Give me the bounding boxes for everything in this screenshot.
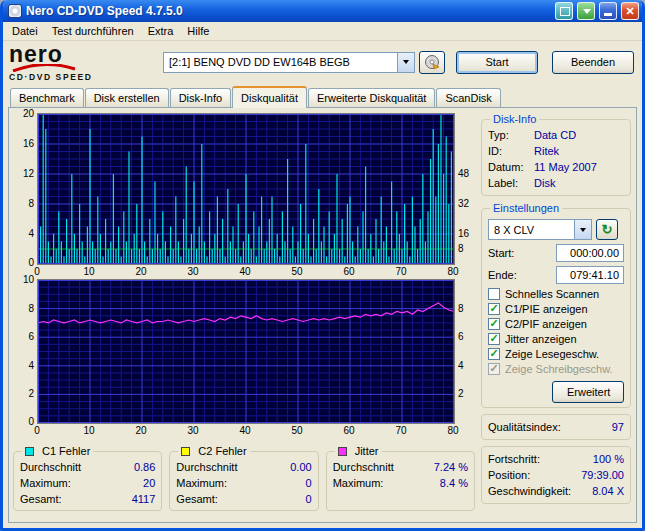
checkbox-c1-pie-anzeigen[interactable]: ✓ C1/PIE anzeigen (488, 303, 624, 315)
stats-row: C1 Fehler Durchschnitt0.86Maximum:20Gesa… (13, 445, 475, 511)
info-row: Label:Disk (488, 175, 624, 191)
jitter-stats-title: Jitter (355, 445, 379, 457)
checkbox-c2-pif-anzeigen[interactable]: ✓ C2/PIF anzeigen (488, 318, 624, 330)
checkbox-zeige-lesegeschw[interactable]: ✓ Zeige Lesegeschw. (488, 348, 624, 360)
progress-rows: Fortschritt:100 %Position:79:39.00Geschw… (488, 451, 624, 499)
x-axis-tick: 20 (135, 425, 146, 436)
tab-disk-erstellen[interactable]: Disk erstellen (85, 88, 169, 107)
x-axis-tick: 30 (187, 266, 198, 277)
quit-button[interactable]: Beenden (552, 51, 634, 74)
tabstrip: Benchmark Disk erstellen Disk-Info Diskq… (8, 85, 637, 107)
jitter-chart: 0246810 2468 01020304050607080 (13, 279, 475, 437)
c2-stats-title: C2 Fehler (198, 445, 246, 457)
c2-legend-swatch (181, 447, 190, 456)
c1-stats-box: C1 Fehler Durchschnitt0.86Maximum:20Gesa… (13, 445, 162, 511)
advanced-button[interactable]: Erweitert (552, 381, 624, 403)
menu-datei[interactable]: Datei (5, 23, 45, 39)
jitter-chart-left-axis: 0246810 (13, 279, 37, 424)
eject-button[interactable] (419, 51, 445, 74)
jitter-chart-right-axis: 2468 (455, 279, 475, 424)
tab-disk-info[interactable]: Disk-Info (170, 88, 231, 107)
checkbox-jitter-anzeigen[interactable]: ✓ Jitter anzeigen (488, 333, 624, 345)
start-position-field[interactable]: 000:00.00 (556, 244, 624, 262)
info-row: Typ:Data CD (488, 127, 624, 143)
y-axis-tick: 4 (28, 359, 34, 370)
x-axis-tick: 70 (395, 266, 406, 277)
end-field-label: Ende: (488, 269, 517, 281)
disk-info-box: Disk-Info Typ:Data CDID:RitekDatum:11 Ma… (481, 113, 631, 196)
drive-select-value: [2:1] BENQ DVD DD EW164B BEGB (164, 56, 397, 68)
minimize-button[interactable] (599, 2, 617, 20)
window-title: Nero CD-DVD Speed 4.7.5.0 (26, 4, 551, 18)
y-axis-tick: 8 (458, 243, 464, 254)
checkbox-icon: ✓ (488, 318, 500, 330)
info-row: Maximum:8.4 % (333, 475, 468, 491)
jitter-legend-swatch (338, 447, 347, 456)
c1-legend-swatch (25, 447, 34, 456)
checkbox-zeige-schreibgeschw: ✓ Zeige Schreibgeschw. (488, 363, 624, 375)
titlebar[interactable]: Nero CD-DVD Speed 4.7.5.0 ✕ (3, 0, 642, 22)
c1-chart-plot (37, 113, 455, 265)
info-row: Gesamt:4117 (20, 491, 155, 507)
titlebar-extra-icon-2[interactable] (577, 2, 595, 20)
nero-logo-swoosh (11, 64, 77, 72)
drive-select[interactable]: [2:1] BENQ DVD DD EW164B BEGB (163, 52, 415, 73)
y-axis-tick: 8 (28, 302, 34, 313)
x-axis-tick: 50 (291, 266, 302, 277)
tab-control: Benchmark Disk erstellen Disk-Info Diskq… (3, 83, 642, 528)
charts-area: 048121620 8163248 01020304050607080 0246… (13, 113, 475, 518)
settings-box: Einstellungen 8 X CLV ↻ Start: 000:00.00 (481, 202, 631, 408)
x-axis-tick: 10 (83, 266, 94, 277)
x-axis-tick: 0 (34, 266, 40, 277)
speed-select-value: 8 X CLV (489, 224, 574, 236)
checkbox-icon: ✓ (488, 288, 500, 300)
y-axis-tick: 2 (458, 388, 464, 399)
menubar: Datei Test durchführen Extra Hilfe (3, 22, 642, 41)
quality-index-rows: Qualitätsindex:97 (488, 419, 624, 435)
settings-title: Einstellungen (490, 202, 562, 214)
info-row: Position:79:39.00 (488, 467, 624, 483)
info-row: Durchschnitt7.24 % (333, 459, 468, 475)
x-axis-tick: 80 (447, 266, 458, 277)
jitter-stats-rows: Durchschnitt7.24 %Maximum:8.4 % (333, 459, 468, 491)
end-position-field[interactable]: 079:41.10 (556, 266, 624, 284)
y-axis-tick: 48 (458, 168, 469, 179)
chevron-down-icon[interactable] (574, 220, 591, 239)
y-axis-tick: 10 (23, 274, 34, 285)
c2-stats-box: C2 Fehler Durchschnitt0.00Maximum:0Gesam… (169, 445, 318, 511)
x-axis-tick: 40 (239, 425, 250, 436)
speed-select[interactable]: 8 X CLV (488, 219, 592, 240)
refresh-button[interactable]: ↻ (596, 219, 618, 240)
close-button[interactable]: ✕ (621, 2, 639, 20)
app-icon (8, 4, 22, 18)
y-axis-tick: 6 (28, 331, 34, 342)
tab-erweiterte-diskqualitaet[interactable]: Erweiterte Diskqualität (308, 88, 435, 107)
disk-info-rows: Typ:Data CDID:RitekDatum:11 May 2007Labe… (488, 127, 624, 191)
y-axis-tick: 4 (458, 359, 464, 370)
quality-index-box: Qualitätsindex:97 (481, 414, 631, 440)
x-axis-tick: 0 (34, 425, 40, 436)
menu-extra[interactable]: Extra (141, 23, 181, 39)
y-axis-tick: 4 (28, 228, 34, 239)
y-axis-tick: 0 (28, 416, 34, 427)
x-axis-tick: 60 (343, 266, 354, 277)
x-axis-tick: 50 (291, 425, 302, 436)
x-axis-tick: 80 (447, 425, 458, 436)
c1-error-chart: 048121620 8163248 01020304050607080 (13, 113, 475, 278)
tab-scandisk[interactable]: ScanDisk (436, 88, 500, 107)
info-row: Gesamt:0 (176, 491, 311, 507)
y-axis-tick: 2 (28, 388, 34, 399)
y-axis-tick: 20 (23, 108, 34, 119)
menu-hilfe[interactable]: Hilfe (180, 23, 216, 39)
menu-test-durchfuehren[interactable]: Test durchführen (45, 23, 141, 39)
info-row: Durchschnitt0.00 (176, 459, 311, 475)
c1-stats-rows: Durchschnitt0.86Maximum:20Gesamt:4117 (20, 459, 155, 507)
start-button[interactable]: Start (456, 51, 538, 74)
chevron-down-icon[interactable] (397, 53, 414, 72)
tab-diskqualitaet[interactable]: Diskqualität (232, 86, 307, 108)
titlebar-extra-icon-1[interactable] (555, 2, 573, 20)
checkbox-schnelles-scannen[interactable]: ✓ Schnelles Scannen (488, 288, 624, 300)
y-axis-tick: 12 (23, 168, 34, 179)
progress-box: Fortschritt:100 %Position:79:39.00Geschw… (481, 446, 631, 504)
tab-benchmark[interactable]: Benchmark (10, 88, 84, 107)
